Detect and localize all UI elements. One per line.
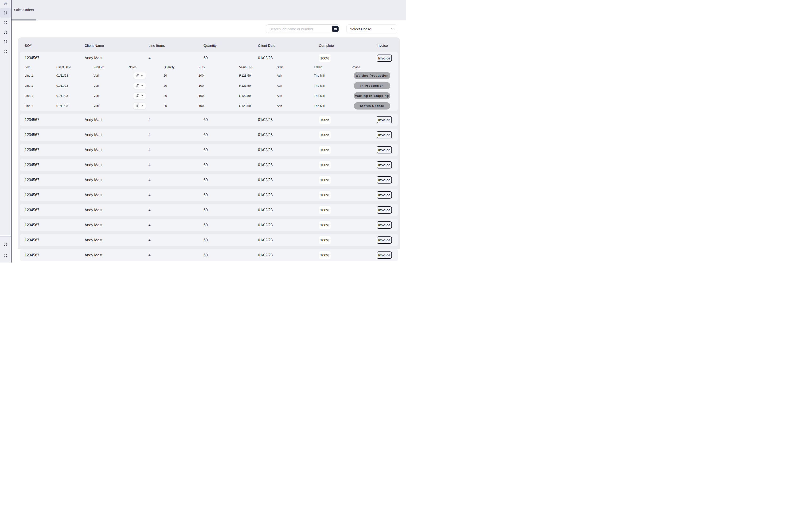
invoice-button[interactable]: Invoice (377, 236, 392, 244)
line-items: 4 (149, 238, 203, 242)
table-row[interactable]: 1234567 Andy Mast 4 60 01/02/23 100% Inv… (20, 204, 398, 216)
search-input[interactable] (266, 25, 332, 33)
invoice-button[interactable]: Invoice (377, 55, 392, 62)
expand-icon (3, 254, 7, 257)
expand-icon (3, 49, 7, 53)
filter-button[interactable] (332, 26, 339, 32)
quantity: 60 (203, 163, 258, 167)
so-number: 1234567 (25, 253, 85, 257)
table-row[interactable]: 1234567 Andy Mast 4 60 01/02/23 100% Inv… (20, 234, 398, 246)
table-header-row: SO# Client Name Line Items Quantity Clie… (20, 38, 398, 52)
subcolumn-product: Product (93, 65, 129, 69)
notes-button[interactable] (134, 103, 146, 109)
so-number: 1234567 (25, 133, 85, 137)
column-header-line-items: Line Items (149, 44, 203, 47)
sidebar-item-3[interactable] (0, 27, 11, 37)
notes-button[interactable] (134, 82, 146, 89)
phase-badge[interactable]: Status Update (354, 102, 390, 109)
sidebar-item-1[interactable] (0, 8, 11, 18)
line-item: Line 1 (25, 84, 56, 87)
tab-sales-orders[interactable]: Sales Orders (12, 0, 36, 20)
main-content: Sales Orders Select Phase SO# Client Nam… (12, 20, 406, 262)
table-row[interactable]: 1234567 Andy Mast 4 60 01/02/23 100% Inv… (20, 189, 398, 201)
client-date: 01/02/23 (258, 178, 319, 182)
table-row[interactable]: 1234567 Andy Mast 4 60 01/02/23 100% Inv… (20, 174, 398, 186)
line-product: Vuti (93, 74, 129, 77)
client-name: Andy Mast (85, 163, 149, 167)
line-quantity: 20 (164, 74, 199, 77)
table-row[interactable]: 1234567 Andy Mast 4 60 01/02/23 100% Inv… (20, 144, 398, 156)
subcolumn-quantity: Quantity (164, 65, 199, 69)
phase-badge[interactable]: In Production (354, 82, 390, 89)
notes-button[interactable] (134, 93, 146, 99)
line-items: 4 (149, 56, 203, 60)
invoice-button[interactable]: Invoice (377, 131, 392, 138)
column-header-client: Client Name (85, 44, 149, 47)
line-items: 4 (149, 148, 203, 152)
tab-label: Sales Orders (14, 8, 34, 12)
chevron-down-icon (140, 74, 143, 77)
quantity: 60 (203, 208, 258, 212)
line-items: 4 (149, 223, 203, 227)
invoice-button[interactable]: Invoice (377, 146, 392, 153)
line-item-row: Line 1 01/11/23 Vuti 20 100 R123.50 Ash … (20, 80, 398, 91)
table-row[interactable]: 1234567 Andy Mast 4 60 01/02/23 100% Inv… (20, 129, 398, 141)
expand-icon (3, 21, 7, 25)
subcolumn-notes: Notes (129, 65, 164, 69)
sidebar-item-2[interactable] (0, 18, 11, 27)
app: W Sales Orders Sales Orders Select Pha (0, 0, 406, 262)
line-items: 4 (149, 118, 203, 122)
complete-badge: 100% (319, 54, 331, 62)
notes-icon (136, 84, 139, 87)
client-name: Andy Mast (85, 193, 149, 197)
column-header-invoice: Invoice (377, 44, 398, 47)
quantity: 60 (203, 56, 258, 60)
client-date: 01/02/23 (258, 133, 319, 137)
invoice-button[interactable]: Invoice (377, 221, 392, 229)
table-row[interactable]: 1234567 Andy Mast 4 60 01/02/23 100% Inv… (20, 114, 398, 126)
line-fabric: The Mill (314, 104, 352, 108)
client-name: Andy Mast (85, 118, 149, 122)
so-number: 1234567 (25, 148, 85, 152)
client-date: 01/02/23 (258, 208, 319, 212)
line-items: 4 (149, 163, 203, 167)
phase-badge[interactable]: Waiting in Shipping (354, 92, 390, 100)
chevron-down-icon (140, 105, 143, 107)
complete-badge: 100% (319, 176, 331, 184)
table-row[interactable]: 1234567 Andy Mast 4 60 01/02/23 100% Inv… (20, 219, 398, 231)
chevron-down-icon (140, 84, 143, 87)
sidebar-item-5[interactable] (0, 46, 11, 56)
sidebar-footer-item-1[interactable] (0, 239, 11, 249)
invoice-button[interactable]: Invoice (377, 116, 392, 123)
line-items: 4 (149, 133, 203, 137)
invoice-button[interactable]: Invoice (377, 206, 392, 214)
line-items: 4 (149, 178, 203, 182)
chevron-down-icon (390, 27, 394, 31)
line-stain: Ash (277, 104, 314, 108)
invoice-button[interactable]: Invoice (377, 252, 392, 259)
table-row[interactable]: 1234567 Andy Mast 4 60 01/02/23 100% Inv… (20, 249, 398, 261)
notes-icon (136, 104, 139, 108)
topbar: Sales Orders (12, 0, 406, 20)
line-items: 4 (149, 208, 203, 212)
invoice-button[interactable]: Invoice (377, 176, 392, 183)
invoice-button[interactable]: Invoice (377, 191, 392, 198)
sales-orders-table: SO# Client Name Line Items Quantity Clie… (18, 38, 400, 249)
complete-badge: 100% (319, 161, 331, 169)
line-item-row: Line 1 01/11/23 Vuti 20 100 R123.50 Ash … (20, 91, 398, 101)
phase-select[interactable]: Select Phase (346, 25, 397, 33)
line-value: R123.50 (239, 94, 277, 97)
invoice-button[interactable]: Invoice (377, 161, 392, 168)
line-pus: 100 (199, 74, 239, 77)
line-quantity: 20 (164, 94, 199, 97)
client-date: 01/02/23 (258, 193, 319, 197)
client-name: Andy Mast (85, 178, 149, 182)
phase-badge[interactable]: Waiting Production (354, 72, 390, 79)
order-row[interactable]: 1234567 Andy Mast 4 60 01/02/23 100% Inv… (20, 52, 398, 64)
sidebar-footer-item-2[interactable] (0, 251, 11, 260)
table-row[interactable]: 1234567 Andy Mast 4 60 01/02/23 100% Inv… (20, 159, 398, 171)
line-product: Vuti (93, 94, 129, 97)
line-item: Line 1 (25, 104, 56, 108)
sidebar-item-4[interactable] (0, 37, 11, 46)
notes-button[interactable] (134, 72, 146, 79)
